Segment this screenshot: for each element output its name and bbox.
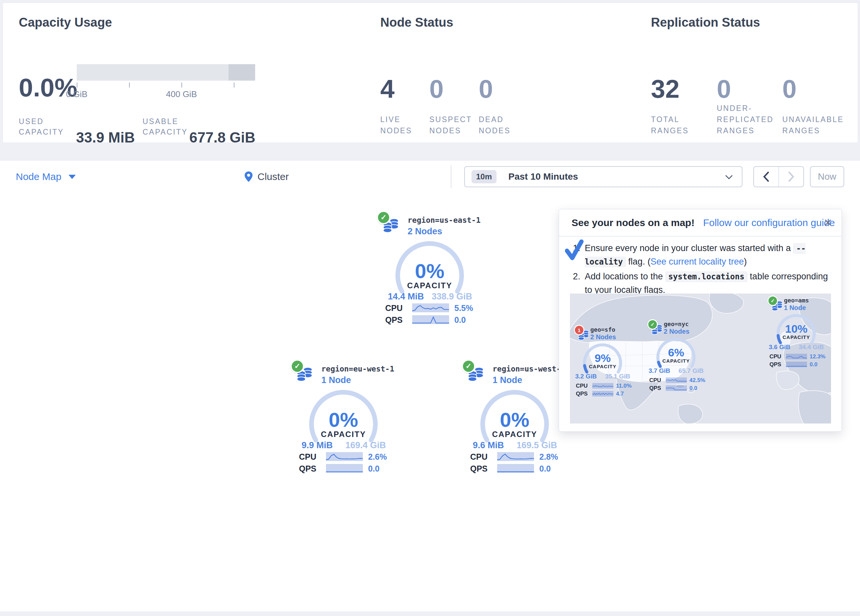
axis-tick xyxy=(234,83,234,88)
map-pin-icon xyxy=(244,171,253,182)
step-2: 2. Add locations to the system.locations… xyxy=(573,270,830,296)
qps-label: QPS xyxy=(299,464,316,473)
qps-value: 0.0 xyxy=(368,464,380,473)
locality-card-geo-ams[interactable]: ✓ geo=ams 1 Node 10% CAPACITY 3.6 GiB 34… xyxy=(767,296,825,369)
dead-nodes-value: 0 xyxy=(479,76,525,102)
breadcrumb-label: Cluster xyxy=(257,171,289,182)
qps-label: QPS xyxy=(769,361,781,368)
qps-value: 0.0 xyxy=(539,464,551,473)
capacity-gauge-percent: 0% xyxy=(375,259,484,283)
locality-nodes-link[interactable]: 2 Nodes xyxy=(408,226,442,237)
time-step-back-button[interactable] xyxy=(754,167,779,187)
capacity-gauge-caption: CAPACITY xyxy=(574,364,631,369)
capacity-gauge-percent: 6% xyxy=(647,346,705,359)
locality-nodes-link[interactable]: 2 Nodes xyxy=(590,333,616,341)
live-nodes-value: 4 xyxy=(380,76,426,102)
capacity-gauge-caption: CAPACITY xyxy=(460,430,569,439)
capacity-gauge-caption: CAPACITY xyxy=(375,281,484,290)
capacity-used-value: 3.7 GiB xyxy=(649,367,670,375)
popup-steps: 1. Ensure every node in your cluster was… xyxy=(573,241,830,298)
capacity-used-value: 3.6 GiB xyxy=(769,343,790,351)
locality-nodes-link[interactable]: 1 Node xyxy=(493,375,522,385)
capacity-gauge-caption: CAPACITY xyxy=(767,334,825,340)
locality-card-us-east-1[interactable]: ✓ region=us-east-1 2 Nodes 0% CAPACITY 1… xyxy=(375,211,484,326)
cpu-label: CPU xyxy=(576,383,588,389)
time-range-dropdown[interactable]: 10m Past 10 Minutes xyxy=(464,166,742,187)
cpu-label: CPU xyxy=(385,303,403,313)
world-map-preview: 1 geo=sfo 2 Nodes 9% CAPACITY 3.2 GiB 35… xyxy=(570,293,831,423)
qps-metric-row: QPS 0.0 xyxy=(647,385,705,394)
now-button[interactable]: Now xyxy=(810,166,844,187)
caret-down-icon xyxy=(69,175,76,179)
locality-nodes-link[interactable]: 2 Nodes xyxy=(664,328,689,335)
locality-card-geo-sfo[interactable]: 1 geo=sfo 2 Nodes 9% CAPACITY 3.2 GiB 35… xyxy=(574,325,631,398)
view-selector-dropdown[interactable]: Node Map xyxy=(16,161,76,193)
configuration-guide-link[interactable]: Follow our configuration guide xyxy=(703,217,835,228)
qps-metric-row: QPS 0.0 xyxy=(375,315,484,324)
healthy-check-icon: ✓ xyxy=(290,359,304,373)
qps-sparkline xyxy=(666,385,687,391)
chevron-left-icon xyxy=(763,171,769,182)
time-range-badge: 10m xyxy=(471,170,496,183)
capacity-total-value: 169.5 GiB xyxy=(516,440,557,450)
locality-nodes-link[interactable]: 1 Node xyxy=(321,375,351,385)
locality-name: region=eu-west-1 xyxy=(321,365,394,373)
capacity-usage-bar-tail xyxy=(229,64,255,81)
cluster-summary-bar: Capacity Usage 0.0% 0 GiB 400 GiB USED C… xyxy=(3,3,858,143)
qps-value: 0.0 xyxy=(689,385,697,392)
capacity-total-value: 35.1 GiB xyxy=(605,373,630,380)
locality-tree-link[interactable]: See current locality tree xyxy=(651,257,744,266)
cpu-metric-row: CPU 2.6% xyxy=(289,452,398,461)
cpu-label: CPU xyxy=(769,353,781,360)
cpu-label: CPU xyxy=(299,452,316,462)
usable-capacity-value: 677.8 GiB xyxy=(189,129,256,146)
step-marker: 2. xyxy=(573,270,585,296)
capacity-total-value: 65.7 GiB xyxy=(679,367,704,375)
live-nodes-stat: 4 LIVE NODES xyxy=(380,76,426,136)
qps-value: 4.7 xyxy=(616,390,624,397)
unavailable-ranges-value: 0 xyxy=(782,76,848,102)
locality-name: geo=ams xyxy=(784,297,809,304)
used-capacity-label: USED CAPACITY xyxy=(19,116,64,137)
cpu-sparkline xyxy=(592,383,614,389)
cpu-sparkline xyxy=(412,303,449,312)
breadcrumb[interactable]: Cluster xyxy=(244,161,289,193)
locality-card-eu-west-1[interactable]: ✓ region=eu-west-1 1 Node 0% CAPACITY 9.… xyxy=(289,359,398,475)
capacity-used-value: 3.2 GiB xyxy=(575,373,596,380)
axis-tick xyxy=(129,83,130,88)
healthy-check-icon: ✓ xyxy=(647,319,658,330)
cpu-value: 5.5% xyxy=(454,303,473,313)
usable-capacity-label: USABLE CAPACITY xyxy=(143,116,188,137)
popup-header: See your nodes on a map! Follow our conf… xyxy=(559,209,841,237)
suspect-nodes-stat: 0 SUSPECT NODES xyxy=(429,76,476,136)
capacity-usage-bar xyxy=(77,64,255,81)
unavailable-ranges-stat: 0 UNAVAILABLE RANGES xyxy=(782,76,848,136)
cpu-value: 11.0% xyxy=(616,383,631,389)
locality-name: region=us-west-1 xyxy=(493,365,566,373)
close-icon[interactable]: ✕ xyxy=(824,216,832,229)
capacity-total-value: 169.4 GiB xyxy=(345,440,386,450)
locality-card-us-west-1[interactable]: ✓ region=us-west-1 1 Node 0% CAPACITY 9.… xyxy=(460,359,569,475)
locality-name: region=us-east-1 xyxy=(408,216,481,224)
cpu-label: CPU xyxy=(470,452,488,462)
cpu-sparkline xyxy=(497,452,534,461)
cpu-label: CPU xyxy=(649,377,661,384)
cpu-sparkline xyxy=(666,378,687,383)
qps-label: QPS xyxy=(470,464,488,473)
capacity-usage-title: Capacity Usage xyxy=(19,16,112,30)
qps-metric-row: QPS 0.0 xyxy=(767,361,825,370)
capacity-gauge-percent: 9% xyxy=(574,352,631,365)
locality-card-geo-nyc[interactable]: ✓ geo=nyc 2 Nodes 6% CAPACITY 3.7 GiB 65… xyxy=(647,319,705,393)
step-1: 1. Ensure every node in your cluster was… xyxy=(573,241,830,268)
node-status-title: Node Status xyxy=(380,16,454,30)
under-replicated-ranges-label: UNDER- REPLICATED RANGES xyxy=(717,103,774,136)
qps-label: QPS xyxy=(576,390,588,397)
locality-nodes-link[interactable]: 1 Node xyxy=(784,304,806,312)
healthy-check-icon: ✓ xyxy=(377,211,391,224)
total-ranges-label: TOTAL RANGES xyxy=(651,114,689,136)
healthy-check-icon: ✓ xyxy=(767,296,778,306)
step-text: Add locations to the system.locations ta… xyxy=(585,270,830,296)
time-step-forward-button[interactable] xyxy=(779,167,804,187)
qps-label: QPS xyxy=(385,315,403,325)
qps-metric-row: QPS 4.7 xyxy=(574,390,631,400)
